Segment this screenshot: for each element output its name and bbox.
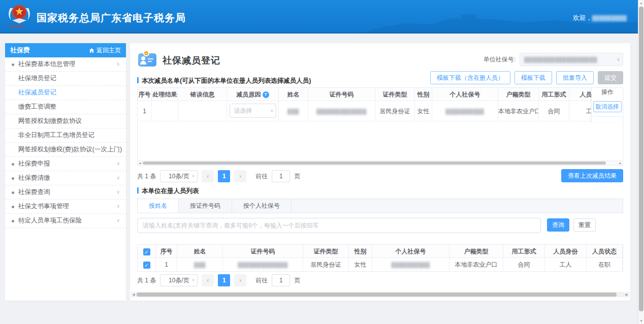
- current-page-button[interactable]: 1: [218, 274, 230, 286]
- roster-cell-hukou_type: 本地非农业户口: [498, 101, 539, 121]
- tab-1[interactable]: 按证件号码: [179, 199, 232, 213]
- page-size-select[interactable]: 10条/页∨: [160, 274, 198, 286]
- roster-cell-error: [178, 101, 227, 121]
- sidebar-item-2[interactable]: 社保减员登记: [5, 86, 126, 100]
- staff-cell-gender: 女性: [349, 258, 372, 271]
- staff-col-header: 序号: [156, 245, 177, 258]
- reduction-reason-placeholder: 请选择: [234, 107, 252, 114]
- sidebar-item-9[interactable]: ∨社保费查询: [5, 185, 126, 200]
- staff-cell-id_number: █████████████: [223, 258, 303, 271]
- sidebar-item-4[interactable]: 网签授权划缴费款协议: [5, 114, 126, 128]
- next-page-button[interactable]: ›: [234, 274, 246, 286]
- scroll-right-arrow-icon[interactable]: ▶: [618, 161, 623, 165]
- roster-col-header: 减员原因?: [227, 88, 279, 101]
- template-download-with-staff-button[interactable]: 模板下载（含在册人员）: [430, 71, 510, 84]
- company-social-no-select[interactable]: ███████████████████ ∨: [520, 53, 623, 66]
- roster-cell-id_number: █████████████: [308, 101, 375, 121]
- roster-table-hscrollbar[interactable]: ◀ ▶: [138, 160, 623, 165]
- sidebar-item-label: 社保费查询: [18, 188, 50, 196]
- roster-col-header: 用工形式: [539, 88, 569, 101]
- row-checkbox[interactable]: ✓: [143, 262, 150, 269]
- chevron-down-icon: ∨: [617, 53, 620, 66]
- roster-pagination: 共 1 条 10条/页∨ ‹ 1 › 前往 1 页: [137, 170, 300, 182]
- sidebar-item-10[interactable]: ∨社保文书事项管理: [5, 200, 126, 214]
- name-search-input[interactable]: 请输入姓名(支持关键字查询，最多可输8个，每输入一个后按回车: [137, 218, 541, 233]
- roster-cell-name: ███: [279, 101, 308, 121]
- prev-page-button[interactable]: ‹: [202, 170, 214, 182]
- page-vscrollbar[interactable]: ▲ ▼: [638, 0, 644, 324]
- next-page-button[interactable]: ›: [234, 170, 246, 182]
- vscroll-thumb[interactable]: [639, 7, 643, 311]
- cancel-selection-button[interactable]: 取消选择: [593, 101, 622, 112]
- tab-2[interactable]: 按个人社保号: [232, 199, 292, 213]
- staff-col-header: 姓名: [177, 245, 223, 258]
- scroll-down-arrow-icon[interactable]: ▼: [638, 318, 644, 324]
- index-value: 1: [143, 108, 146, 115]
- chevron-up-icon: ∧: [116, 57, 120, 71]
- sidebar-menu: ∧社保费基本信息管理社保增员登记社保减员登记缴费工资调整网签授权划缴费款协议非全…: [5, 57, 126, 228]
- company-social-no-value: ███████████████████: [524, 57, 597, 62]
- help-icon[interactable]: ?: [263, 91, 269, 98]
- prev-page-button[interactable]: ‹: [202, 274, 214, 286]
- roster-col-header: 证件类型: [375, 88, 415, 101]
- goto-page-input[interactable]: 1: [272, 170, 290, 182]
- site-title: 国家税务总局广东省电子税务局: [37, 11, 186, 25]
- page-unit: 页: [294, 172, 300, 181]
- page-size-select[interactable]: 10条/页∨: [160, 170, 198, 182]
- scroll-up-arrow-icon[interactable]: ▲: [638, 0, 644, 6]
- current-page-button[interactable]: 1: [218, 170, 230, 182]
- staff-table: ✓序号姓名证件号码证件类型性别个人社保号户籍类型用工形式人员身份人员状态 ✓1█…: [137, 244, 623, 272]
- goto-page-input[interactable]: 1: [272, 274, 290, 286]
- sidebar-item-0[interactable]: ∧社保费基本信息管理: [5, 57, 126, 72]
- chevron-down-icon: ∨: [116, 185, 120, 199]
- sidebar-item-11[interactable]: ∨特定人员单项工伤保险: [5, 214, 126, 228]
- staff-col-header: 证件类型: [303, 245, 349, 258]
- reduction-reason-select[interactable]: 请选择∨: [230, 104, 276, 118]
- view-last-result-button[interactable]: 查看上次减员结果: [561, 169, 623, 182]
- person_status-value: 在职: [598, 261, 610, 268]
- staff-table-header-row: ✓序号姓名证件号码证件类型性别个人社保号户籍类型用工形式人员身份人员状态: [138, 245, 623, 258]
- select-all-checkbox[interactable]: ✓: [143, 248, 150, 255]
- template-download-button[interactable]: 模板下载: [514, 71, 552, 84]
- total-count: 共 1 条: [137, 172, 156, 181]
- back-home-link[interactable]: 返回主页: [89, 46, 121, 55]
- batch-import-button[interactable]: 批量导入: [556, 71, 594, 84]
- staff-cell-hukou_type: 本地非农业户口: [449, 258, 503, 271]
- staff-col-header: 性别: [349, 245, 372, 258]
- hscroll-thumb[interactable]: [137, 293, 617, 297]
- reset-button[interactable]: 重置: [573, 218, 596, 232]
- roster-cell-gender: 女性: [415, 101, 432, 121]
- member-reduction-icon: [138, 51, 157, 67]
- panel-hscrollbar[interactable]: ◀ ▶: [131, 292, 629, 297]
- scroll-left-arrow-icon[interactable]: ◀: [138, 161, 142, 165]
- roster-cell-index: 1: [138, 101, 152, 121]
- roster-col-header: 证件号码: [308, 88, 375, 101]
- sidebar-item-3[interactable]: 缴费工资调整: [5, 100, 126, 114]
- chevron-down-icon: ∨: [116, 157, 120, 171]
- staff-cell-name: ███: [177, 258, 223, 271]
- staff-cell-personal_social_no: ██████████: [372, 258, 449, 271]
- hscroll-thumb[interactable]: [143, 161, 606, 165]
- scroll-right-arrow-icon[interactable]: ▶: [624, 292, 629, 297]
- roster-col-header: 序号: [138, 88, 152, 101]
- tab-0[interactable]: 按姓名: [138, 199, 179, 213]
- page-unit: 页: [294, 276, 300, 285]
- sidebar-item-1[interactable]: 社保增员登记: [5, 72, 126, 86]
- sidebar-item-8[interactable]: ∨社保费清缴: [5, 171, 126, 185]
- hukou_type-value: 本地非农业户口: [498, 108, 539, 115]
- gender-value: 女性: [355, 261, 367, 268]
- sidebar-item-5[interactable]: 非全日制用工工伤增员登记: [5, 128, 126, 143]
- id_type-value: 居民身份证: [380, 108, 410, 115]
- back-home-label: 返回主页: [96, 46, 121, 55]
- sidebar-item-6[interactable]: 网签授权划缴税(费)款协议(一次上门): [5, 143, 126, 157]
- staff-cell-person_identity: 工人: [545, 258, 587, 271]
- welcome-prefix: 欢迎，: [573, 14, 592, 21]
- query-button[interactable]: 查询: [547, 218, 569, 232]
- scroll-left-arrow-icon[interactable]: ◀: [131, 292, 136, 297]
- chevron-down-icon: ∨: [116, 171, 120, 185]
- submit-button[interactable]: 提交: [598, 71, 623, 84]
- logo-caption: 中国税务: [8, 24, 24, 29]
- goto-label: 前往: [255, 276, 268, 285]
- minus-badge-icon: [143, 50, 149, 56]
- sidebar-item-7[interactable]: ∨社保费申报: [5, 157, 126, 171]
